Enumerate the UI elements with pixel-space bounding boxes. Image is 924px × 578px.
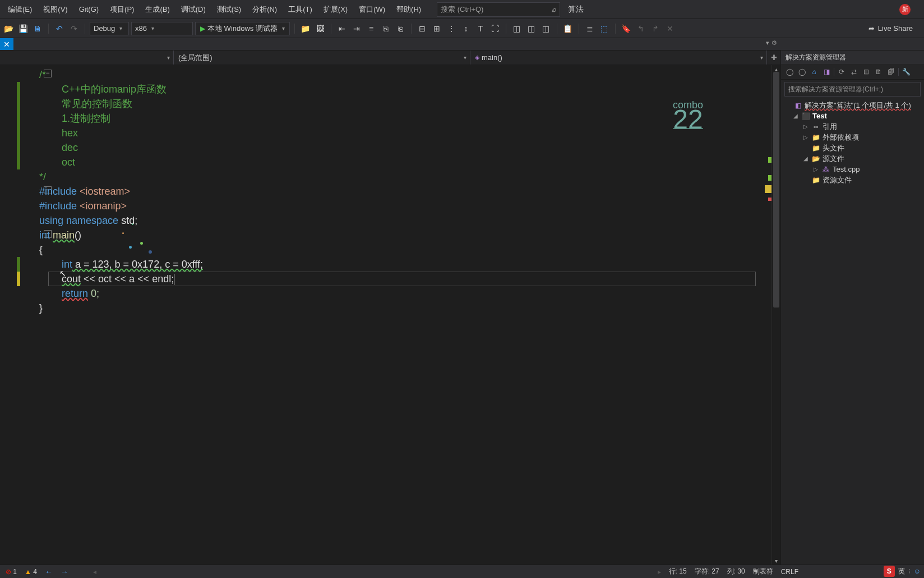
toggle-icon[interactable]: ⛶: [489, 22, 501, 35]
bookmark-clear-icon[interactable]: ✕: [664, 22, 676, 35]
toggle-icon[interactable]: 📋: [562, 22, 574, 35]
wrench-icon[interactable]: 🔧: [901, 67, 911, 77]
format-icon[interactable]: ≡: [365, 22, 377, 35]
toggle-icon[interactable]: ◫: [540, 22, 552, 35]
tab-dropdown-icon[interactable]: ▾: [766, 39, 769, 47]
home-icon[interactable]: ⌂: [809, 67, 819, 77]
platform-dropdown[interactable]: x86: [131, 22, 193, 35]
switch-view-icon[interactable]: ◨: [821, 67, 831, 77]
folder-icon: 📁: [811, 144, 820, 152]
menu-git[interactable]: Git(G): [73, 3, 104, 16]
split-editor-button[interactable]: ✚: [767, 53, 780, 62]
toggle-icon[interactable]: ⬚: [598, 22, 611, 35]
collapse-icon[interactable]: ⊟: [861, 67, 871, 77]
share-icon: ➦: [868, 24, 875, 33]
col-indicator[interactable]: 列: 30: [727, 567, 745, 576]
scope-scope-dropdown[interactable]: (全局范围): [174, 51, 470, 65]
tree-sources[interactable]: ◢ 📂 源文件: [781, 153, 924, 164]
bookmark-next-icon[interactable]: ↱: [649, 22, 662, 35]
ime-sogou-icon: S: [884, 566, 895, 577]
nav-back-button[interactable]: ←: [45, 567, 53, 576]
scrollbar-thumb[interactable]: [773, 72, 779, 308]
line-indicator[interactable]: 行: 15: [669, 567, 687, 576]
ime-indicator[interactable]: S 英 ⁝ ☺: [880, 565, 924, 578]
tree-solution-root[interactable]: ◧ 解决方案"算法"(1 个项目/共 1 个): [781, 100, 924, 111]
toolbar-separator: [557, 24, 557, 34]
properties-icon[interactable]: 🗐: [886, 67, 896, 77]
menu-build[interactable]: 生成(B): [140, 2, 175, 17]
vertical-scrollbar[interactable]: ▴ ▾: [771, 65, 780, 565]
error-icon: ⊘: [6, 568, 11, 576]
tab-strip: ✕: [0, 38, 924, 51]
toggle-icon[interactable]: T: [474, 22, 487, 35]
bookmark-icon[interactable]: 🔖: [620, 22, 632, 35]
lineending-indicator[interactable]: CRLF: [781, 568, 798, 576]
menu-test[interactable]: 测试(S): [211, 2, 247, 17]
menu-debug[interactable]: 调试(D): [175, 2, 211, 17]
uncomment-icon[interactable]: ⎗: [394, 22, 406, 35]
warning-count[interactable]: ▲ 4: [25, 568, 37, 576]
status-bar: ⊘ 1 ▲ 4 ← → ◂ ▸ 行: 15 字符: 27 列: 30 制表符 C…: [0, 565, 924, 578]
toggle-icon[interactable]: ◫: [525, 22, 538, 35]
expand-icon[interactable]: ◢: [792, 113, 799, 119]
toggle-icon[interactable]: ≣: [584, 22, 596, 35]
tree-headers[interactable]: 📁 头文件: [781, 143, 924, 153]
bookmark-prev-icon[interactable]: ↰: [635, 22, 647, 35]
menu-tools[interactable]: 工具(T): [283, 2, 318, 17]
toggle-icon[interactable]: ⊞: [431, 22, 443, 35]
menu-extensions[interactable]: 扩展(X): [318, 2, 353, 17]
start-debug-button[interactable]: ▶ 本地 Windows 调试器 ▾: [195, 22, 290, 35]
indent-decrease-icon[interactable]: ⇤: [336, 22, 348, 35]
scope-type-dropdown[interactable]: [0, 51, 174, 65]
redo-icon[interactable]: ↷: [68, 22, 80, 35]
toggle-icon[interactable]: ◫: [511, 22, 523, 35]
char-indicator[interactable]: 字符: 27: [695, 567, 719, 576]
image-icon[interactable]: 🖼: [314, 22, 326, 35]
menu-edit[interactable]: 编辑(E): [2, 2, 38, 17]
tab-close-button[interactable]: ✕: [0, 38, 13, 50]
scope-member-dropdown[interactable]: ◈ main(): [470, 51, 767, 65]
configuration-dropdown[interactable]: Debug: [90, 22, 129, 35]
save-all-icon[interactable]: 🗎: [31, 22, 44, 35]
tree-external-deps[interactable]: ▷ 📁 外部依赖项: [781, 132, 924, 143]
expand-icon[interactable]: ▷: [802, 134, 809, 140]
menu-project[interactable]: 项目(P): [104, 2, 140, 17]
undo-icon[interactable]: ↶: [53, 22, 66, 35]
settings-icon[interactable]: ⚙: [771, 39, 777, 47]
toggle-icon[interactable]: ↕: [460, 22, 472, 35]
expand-icon[interactable]: ▷: [802, 123, 809, 130]
tree-file-test-cpp[interactable]: ▷ ⁂ Test.cpp: [781, 164, 924, 175]
show-all-icon[interactable]: 🗎: [874, 67, 884, 77]
expand-icon[interactable]: ▷: [812, 166, 819, 172]
global-search-input[interactable]: 搜索 (Ctrl+Q) ⌕: [437, 2, 560, 17]
toggle-icon[interactable]: ⋮: [445, 22, 458, 35]
refresh-icon[interactable]: ⟳: [837, 67, 847, 77]
open-icon[interactable]: 📂: [2, 22, 15, 35]
toggle-icon[interactable]: ⊟: [416, 22, 428, 35]
filter-icon[interactable]: ⇄: [849, 67, 859, 77]
tree-resources[interactable]: 📁 资源文件: [781, 175, 924, 185]
code-editor[interactable]: combo 22 −/* C++中的iomanip库函数 常见的控制函数 1.进…: [0, 65, 765, 565]
new-badge[interactable]: 新: [899, 4, 911, 15]
menu-window[interactable]: 窗口(W): [353, 2, 391, 17]
indent-increase-icon[interactable]: ⇥: [350, 22, 363, 35]
comment-icon[interactable]: ⎘: [380, 22, 392, 35]
save-icon[interactable]: 💾: [17, 22, 29, 35]
tabs-indicator[interactable]: 制表符: [753, 567, 773, 576]
solution-search-input[interactable]: 搜索解决方案资源管理器(Ctrl+;): [784, 82, 921, 97]
error-count[interactable]: ⊘ 1: [6, 568, 17, 576]
method-icon: ◈: [475, 54, 479, 61]
menu-view[interactable]: 视图(V): [38, 2, 73, 17]
tree-project[interactable]: ◢ ⬛ Test: [781, 111, 924, 121]
back-icon[interactable]: ◯: [784, 67, 794, 77]
menu-analyze[interactable]: 分析(N): [247, 2, 283, 17]
references-icon: ▪▪: [811, 123, 820, 131]
live-share-button[interactable]: ➦ Live Share: [868, 24, 913, 33]
nav-forward-button[interactable]: →: [61, 567, 68, 576]
menu-bar: 编辑(E) 视图(V) Git(G) 项目(P) 生成(B) 调试(D) 测试(…: [0, 0, 924, 19]
folder-icon[interactable]: 📁: [299, 22, 312, 35]
forward-icon[interactable]: ◯: [797, 67, 807, 77]
menu-help[interactable]: 帮助(H): [391, 2, 427, 17]
tree-references[interactable]: ▷ ▪▪ 引用: [781, 121, 924, 132]
expand-icon[interactable]: ◢: [802, 155, 809, 162]
